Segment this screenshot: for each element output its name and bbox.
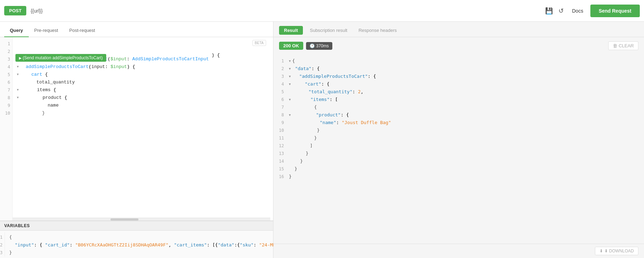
result-code-block: 12345 678910 111213141516 ▼ { ▼ "data": … bbox=[273, 56, 644, 181]
result-line-numbers: 12345 678910 111213141516 bbox=[273, 56, 286, 181]
tab-response-headers[interactable]: Response headers bbox=[353, 24, 402, 37]
code-line: } bbox=[17, 109, 270, 117]
tab-subscription[interactable]: Subscription result bbox=[304, 24, 353, 37]
download-icon: ⬇ bbox=[599, 249, 603, 253]
status-code: 200 OK bbox=[279, 42, 303, 50]
json-line: ▼ "addSimpleProductsToCart": { bbox=[289, 73, 641, 80]
collapse-icon[interactable]: ▼ bbox=[289, 80, 291, 88]
download-button[interactable]: ⬇ ⬇ DOWNLOAD bbox=[595, 247, 638, 255]
json-line: ] bbox=[289, 142, 641, 150]
main-layout: Query Pre-request Post-request BETA (Sen… bbox=[0, 22, 644, 258]
code-line: ▼ items { bbox=[17, 86, 270, 94]
json-line: } bbox=[289, 157, 641, 165]
send-request-button[interactable]: Send Request bbox=[590, 5, 640, 17]
json-line: } bbox=[289, 134, 641, 142]
tab-post-request[interactable]: Post-request bbox=[64, 24, 101, 37]
url-input[interactable] bbox=[30, 8, 541, 14]
query-code-content: ▼ mutation addSimpleProductsToCart($inpu… bbox=[13, 37, 273, 220]
json-line: ▼ "data": { bbox=[289, 65, 641, 73]
refresh-icon[interactable]: ↺ bbox=[558, 7, 564, 15]
variables-content: 123 { "input": { "cart_id": "B06YCRcXAaO… bbox=[0, 231, 273, 258]
code-line: ▼ product { bbox=[17, 94, 270, 102]
query-code-area: 12345 678910 ▼ mutation addSimpleProduct… bbox=[0, 37, 273, 220]
variables-line-numbers: 123 bbox=[0, 232, 5, 257]
tab-pre-request[interactable]: Pre-request bbox=[29, 24, 64, 37]
collapse-icon[interactable]: ▼ bbox=[289, 96, 291, 103]
clear-button[interactable]: 🗑 CLEAR bbox=[608, 41, 638, 50]
query-tabs: Query Pre-request Post-request bbox=[0, 22, 273, 37]
collapse-icon[interactable]: ▼ bbox=[17, 63, 19, 71]
code-line: total_quantity bbox=[17, 79, 270, 86]
json-line: ▼ { bbox=[289, 57, 641, 65]
tab-query[interactable]: Query bbox=[4, 24, 29, 37]
scrollbar-thumb bbox=[110, 218, 138, 220]
code-line bbox=[17, 40, 270, 48]
json-line: ▼ "cart": { bbox=[289, 80, 641, 88]
collapse-icon[interactable]: ▼ bbox=[17, 71, 19, 79]
variables-header: VARIABLES bbox=[0, 221, 273, 231]
query-editor[interactable]: BETA (Send mutation addSimpleProductsToC… bbox=[0, 37, 273, 220]
method-badge: POST bbox=[4, 6, 26, 15]
result-code-content: ▼ { ▼ "data": { ▼ "addSimpleProductsToCa… bbox=[286, 56, 644, 181]
variables-section: VARIABLES 123 { "input": { "cart_id": "B… bbox=[0, 220, 273, 258]
right-panel: Result Subscription result Response head… bbox=[273, 22, 644, 258]
collapse-icon[interactable]: ▼ bbox=[289, 57, 291, 65]
json-line: } bbox=[289, 173, 641, 181]
docs-button[interactable]: Docs bbox=[569, 8, 586, 14]
status-bar: 200 OK 🕐 370ms 🗑 CLEAR bbox=[273, 37, 644, 54]
json-line: { bbox=[289, 103, 641, 111]
mutation-tooltip: (Send mutation addSimpleProductsToCart) bbox=[15, 54, 106, 62]
json-line: ▼ "product": { bbox=[289, 111, 641, 119]
collapse-icon[interactable]: ▼ bbox=[289, 73, 291, 80]
collapse-icon[interactable]: ▼ bbox=[17, 86, 19, 94]
code-line: name bbox=[17, 102, 270, 109]
collapse-icon[interactable]: ▼ bbox=[289, 65, 291, 73]
result-footer: ⬇ ⬇ DOWNLOAD bbox=[273, 244, 644, 258]
result-json-area: 12345 678910 111213141516 ▼ { ▼ "data": … bbox=[273, 54, 644, 244]
left-panel: Query Pre-request Post-request BETA (Sen… bbox=[0, 22, 273, 258]
json-line: } bbox=[289, 150, 641, 157]
json-line: ▼ "items": [ bbox=[289, 96, 641, 103]
save-icon[interactable]: 💾 bbox=[545, 7, 553, 15]
tab-result[interactable]: Result bbox=[279, 26, 303, 35]
json-line: "name": "Joust Duffle Bag" bbox=[289, 119, 641, 127]
json-line: } bbox=[289, 127, 641, 134]
result-tabs: Result Subscription result Response head… bbox=[273, 22, 644, 37]
status-time: 🕐 370ms bbox=[306, 42, 332, 50]
trash-icon: 🗑 bbox=[613, 43, 617, 48]
json-line: } bbox=[289, 165, 641, 173]
variables-code-area: 123 { "input": { "cart_id": "B06YCRcXAaO… bbox=[0, 232, 273, 257]
collapse-icon[interactable]: ▼ bbox=[17, 94, 19, 102]
query-line-numbers: 12345 678910 bbox=[0, 37, 13, 220]
clock-icon: 🕐 bbox=[310, 43, 315, 48]
top-bar: POST 💾 ↺ Docs Send Request bbox=[0, 0, 644, 22]
collapse-icon[interactable]: ▼ bbox=[289, 111, 291, 119]
top-icons: 💾 ↺ Docs bbox=[545, 7, 586, 15]
horizontal-scrollbar[interactable] bbox=[13, 218, 270, 220]
code-line: ▼ cart { bbox=[17, 71, 270, 79]
beta-badge: BETA bbox=[252, 40, 266, 46]
json-line: "total_quantity": 2, bbox=[289, 88, 641, 96]
